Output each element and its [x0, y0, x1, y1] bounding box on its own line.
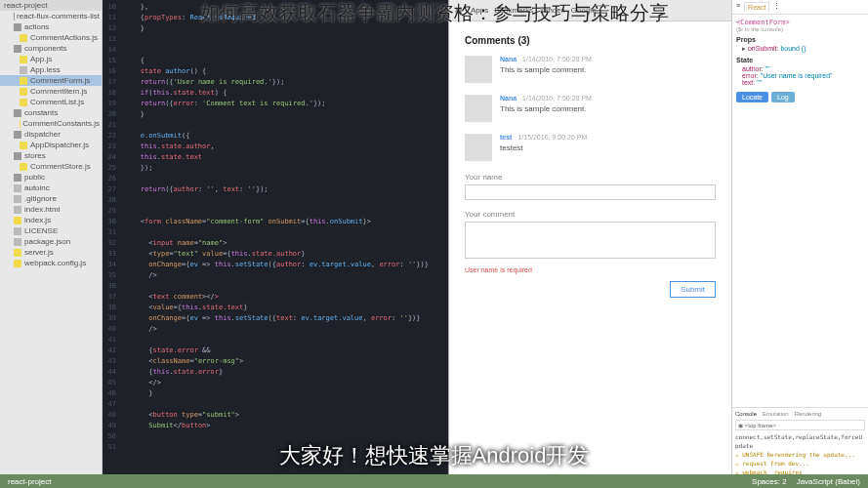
- tree-item-dispatcher[interactable]: dispatcher: [0, 129, 102, 140]
- tree-item-public[interactable]: public: [0, 172, 102, 183]
- state-heading: State: [736, 57, 864, 63]
- project-root[interactable]: react-project: [0, 0, 102, 11]
- tree-item-server-js[interactable]: server.js: [0, 247, 102, 258]
- tree-item-label: components: [24, 44, 67, 53]
- tree-item-label: App.js: [30, 55, 52, 63]
- console-tab-emulation[interactable]: Emulation: [763, 411, 789, 417]
- tree-item-label: CommentStore.js: [30, 162, 91, 171]
- tree-item-commentform-js[interactable]: CommentForm.js: [0, 75, 102, 86]
- selected-component[interactable]: <CommentForm>: [736, 19, 864, 26]
- js-icon: [20, 34, 27, 42]
- js-icon: [14, 260, 21, 267]
- status-project[interactable]: react-project: [8, 477, 51, 486]
- tree-item-actions[interactable]: actions: [0, 21, 102, 32]
- tree-item-appdispatcher-js[interactable]: AppDispatcher.js: [0, 140, 102, 150]
- console-tab-rendering[interactable]: Rendering: [795, 411, 822, 417]
- name-input[interactable]: [465, 184, 716, 200]
- comment-author[interactable]: test: [500, 134, 512, 141]
- comment-item: Nana 1/14/2016, 7:50:28 PM This is sampl…: [465, 95, 716, 122]
- tree-item-label: actions: [24, 22, 49, 31]
- tree-item-label: CommentForm.js: [30, 76, 90, 85]
- editor-status-bar: react-project Spaces: 2 JavaScript (Babe…: [0, 474, 868, 488]
- folder-icon: [14, 152, 21, 160]
- js-icon: [20, 77, 27, 85]
- tree-item-package-json[interactable]: package.json: [0, 236, 102, 247]
- state-row[interactable]: text: "": [736, 79, 864, 86]
- tree-item-stores[interactable]: stores: [0, 150, 102, 161]
- code-editor[interactable]: 10 11 12 13 14 15 16 17 18 19 20 21 22 2…: [103, 0, 448, 488]
- tree-item-commentactions-js[interactable]: CommentActions.js: [0, 32, 102, 43]
- tree-item-commentstore-js[interactable]: CommentStore.js: [0, 161, 102, 172]
- js-icon: [20, 163, 27, 171]
- folder-icon: [14, 23, 21, 31]
- devtools-more-icon[interactable]: ⋮: [773, 2, 780, 12]
- console-tab-console[interactable]: Console: [735, 411, 757, 417]
- tree-item-index-js[interactable]: index.js: [0, 215, 102, 225]
- js-icon: [14, 217, 21, 224]
- js-icon: [20, 88, 27, 96]
- tree-item-app-less[interactable]: App.less: [0, 64, 102, 75]
- devtools-tab-bar: ≡ React ⋮: [732, 0, 868, 15]
- folder-icon: [14, 109, 21, 117]
- tree-item-index-html[interactable]: index.html: [0, 204, 102, 215]
- app-root: react-project react-flux-comments-listac…: [0, 0, 868, 488]
- console-line: ⚠ request from dev...: [735, 459, 865, 468]
- tree-item-label: index.js: [24, 216, 51, 224]
- state-row[interactable]: error: "User name is required": [736, 72, 864, 79]
- state-row[interactable]: author: "": [736, 65, 864, 72]
- frame-selector[interactable]: ◉ <top frame>: [735, 420, 865, 430]
- props-heading: Props: [736, 36, 864, 43]
- submit-button[interactable]: Submit: [670, 281, 716, 298]
- comment-item: Nana 1/14/2016, 7:50:28 PM This is sampl…: [465, 56, 716, 83]
- js-icon: [20, 56, 27, 63]
- tree-item-license[interactable]: LICENSE: [0, 225, 102, 236]
- tree-item-label: react-flux-comments-list: [17, 12, 100, 20]
- prop-row[interactable]: ▸ onSubmit: bound (): [736, 45, 864, 53]
- avatar: [465, 134, 492, 161]
- video-subtitle-overlay: 大家好！想快速掌握Android开发: [279, 441, 590, 470]
- status-language[interactable]: JavaScript (Babel): [797, 477, 860, 486]
- file-icon: [14, 206, 21, 214]
- tree-item-react-flux-comments-list[interactable]: react-flux-comments-list: [0, 11, 102, 21]
- tree-item--gitignore[interactable]: .gitignore: [0, 193, 102, 204]
- comment-author[interactable]: Nana: [500, 56, 517, 62]
- file-icon: [20, 66, 27, 74]
- video-headline-overlay: 如何高效获取石器争霸内测资格：参与技巧与策略分享: [200, 0, 669, 26]
- line-gutter: 10 11 12 13 14 15 16 17 18 19 20 21 22 2…: [103, 0, 120, 488]
- devtools-menu-icon[interactable]: ≡: [736, 2, 740, 12]
- tree-item-app-js[interactable]: App.js: [0, 54, 102, 64]
- tree-item-label: .gitignore: [24, 194, 57, 203]
- code-area[interactable]: }, {propTypes: React.isRequired } { stat…: [120, 0, 448, 488]
- comment-author[interactable]: Nana: [500, 95, 517, 102]
- comment-date: 1/14/2016, 7:50:28 PM: [522, 95, 592, 102]
- tree-item-label: constants: [24, 108, 58, 117]
- folder-icon: [14, 174, 21, 182]
- comment-text: This is sample comment.: [500, 65, 716, 74]
- log-button[interactable]: Log: [771, 92, 795, 102]
- tree-item-commentconstants-js[interactable]: CommentConstants.js: [0, 118, 102, 129]
- tree-item-label: server.js: [24, 248, 54, 257]
- console-hint: ($r in the console): [736, 26, 864, 32]
- tree-item-label: dispatcher: [24, 130, 61, 139]
- console-line: ⚠ UNSAFE Rerendering the update...: [735, 450, 865, 459]
- avatar: [465, 56, 492, 83]
- react-tab[interactable]: React: [744, 2, 769, 12]
- folder-icon: [14, 131, 21, 139]
- tree-item-autoinc[interactable]: autoinc: [0, 183, 102, 193]
- file-icon: [14, 227, 21, 235]
- tree-item-webpack-config-js[interactable]: webpack.config.js: [0, 258, 102, 268]
- tree-item-constants[interactable]: constants: [0, 107, 102, 118]
- tree-item-commentitem-js[interactable]: CommentItem.js: [0, 86, 102, 97]
- comments-heading: Comments (3): [465, 35, 716, 46]
- comment-date: 1/14/2016, 7:50:28 PM: [522, 56, 592, 62]
- devtools-panel: ≡ React ⋮ <CommentForm> ($r in the conso…: [731, 0, 868, 488]
- locate-button[interactable]: Locate: [736, 92, 768, 102]
- status-spaces[interactable]: Spaces: 2: [752, 477, 787, 486]
- folder-icon: [14, 45, 21, 53]
- file-tree-sidebar: react-project react-flux-comments-listac…: [0, 0, 103, 488]
- tree-item-components[interactable]: components: [0, 43, 102, 54]
- tree-item-label: autoinc: [24, 183, 50, 192]
- tree-item-label: LICENSE: [24, 226, 58, 235]
- comment-textarea[interactable]: [465, 222, 716, 259]
- tree-item-commentlist-js[interactable]: CommentList.js: [0, 97, 102, 107]
